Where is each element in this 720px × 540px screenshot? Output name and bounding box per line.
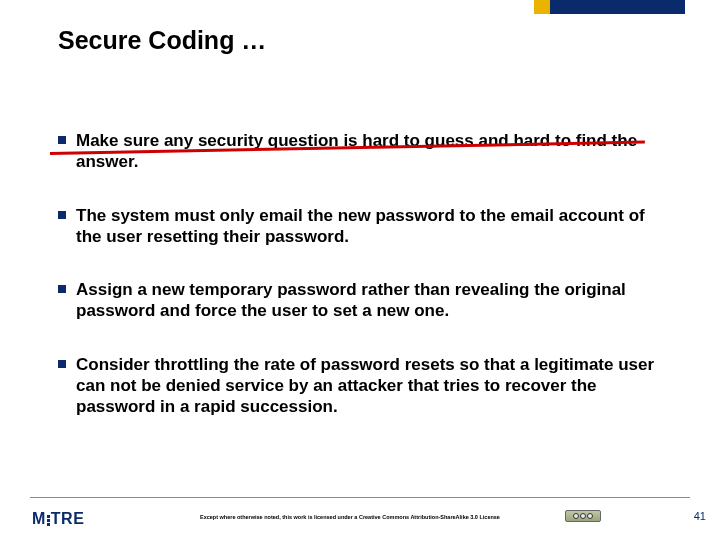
bullet-icon: [58, 136, 66, 144]
slide-title: Secure Coding …: [58, 26, 266, 55]
mitre-logo: MTRE: [32, 510, 84, 528]
list-item: Consider throttling the rate of password…: [58, 354, 660, 418]
bullet-text: Assign a new temporary password rather t…: [76, 279, 660, 322]
bullet-list: Make sure any security question is hard …: [58, 130, 660, 449]
cc-license-badge-icon: [565, 510, 601, 522]
footer-divider: [30, 497, 690, 498]
top-accent-bars: [534, 0, 685, 14]
list-item: The system must only email the new passw…: [58, 205, 660, 248]
bullet-text: The system must only email the new passw…: [76, 205, 660, 248]
list-item: Assign a new temporary password rather t…: [58, 279, 660, 322]
accent-navy-bar: [550, 0, 685, 14]
bullet-icon: [58, 285, 66, 293]
license-text: Except where otherwise noted, this work …: [200, 514, 500, 520]
accent-yellow-bar: [534, 0, 550, 14]
bullet-icon: [58, 360, 66, 368]
bullet-icon: [58, 211, 66, 219]
bullet-text: Consider throttling the rate of password…: [76, 354, 660, 418]
page-number: 41: [694, 510, 706, 522]
